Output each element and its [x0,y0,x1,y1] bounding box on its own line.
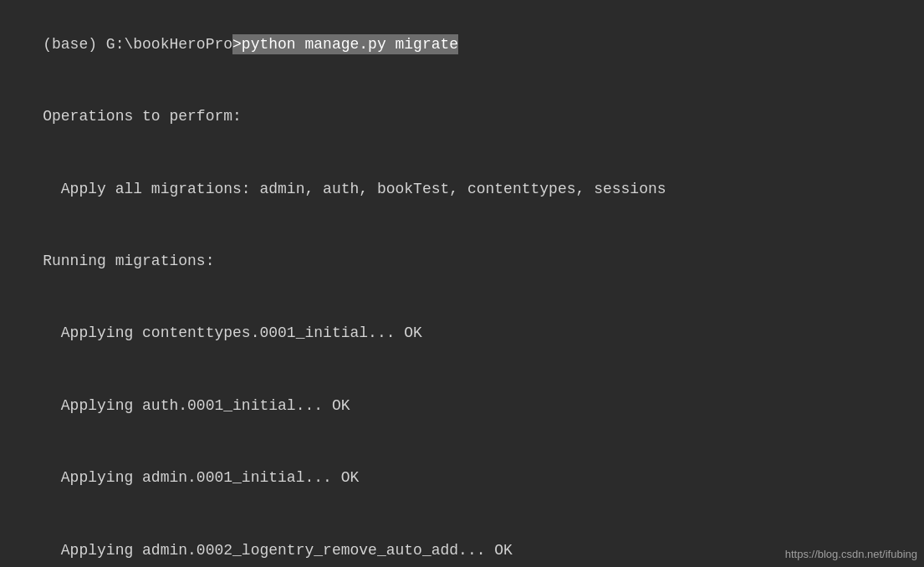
prompt-text: (base) G:\bookHeroPro [43,36,232,53]
terminal-line-ops: Operations to perform: [7,80,917,152]
terminal-line-m4: Applying admin.0002_logentry_remove_auto… [7,514,917,567]
terminal-line-m1: Applying contenttypes.0001_initial... OK [7,298,917,370]
terminal-line-apply-all: Apply all migrations: admin, auth, bookT… [7,153,917,225]
terminal-line-m3: Applying admin.0001_initial... OK [7,442,917,513]
terminal-line-running: Running migrations: [7,225,917,297]
terminal-line-cmd: (base) G:\bookHeroPro>python manage.py m… [7,8,917,80]
command-text: >python manage.py migrate [232,34,458,54]
terminal-window: (base) G:\bookHeroPro>python manage.py m… [0,0,924,567]
watermark-text: https://blog.csdn.net/ifubing [785,548,917,560]
terminal-line-m2: Applying auth.0001_initial... OK [7,370,917,442]
